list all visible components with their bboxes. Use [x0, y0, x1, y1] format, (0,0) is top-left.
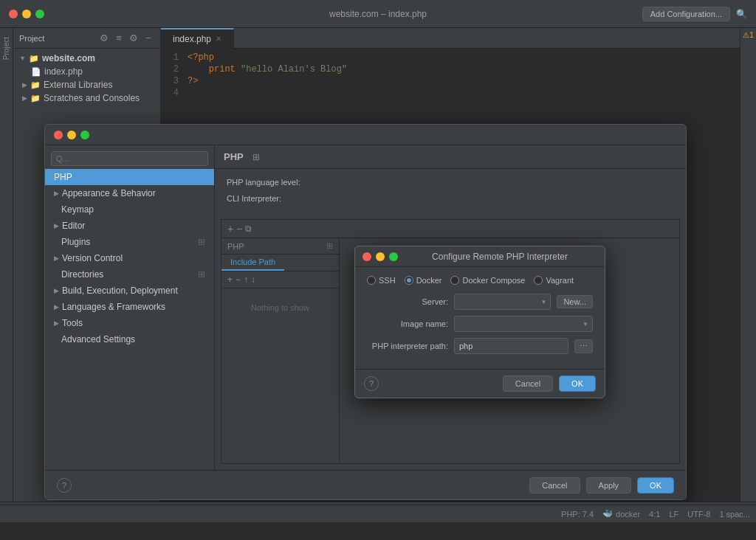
- settings-item-editor[interactable]: ▶ Editor: [45, 218, 214, 234]
- radio-group: SSH Docker Docker Compose Vagrant: [367, 276, 593, 285]
- settings-advanced-label: Advanced Settings: [61, 334, 135, 345]
- settings-apply-btn[interactable]: Apply: [586, 477, 632, 494]
- remote-close-btn[interactable]: [362, 252, 371, 261]
- radio-vagrant-label: Vagrant: [546, 276, 574, 285]
- interpreter-path-row: PHP interpreter path: ⋯: [367, 338, 593, 354]
- settings-editor-label: Editor: [62, 221, 85, 231]
- line-number-4: 4: [161, 88, 188, 98]
- settings-item-php[interactable]: PHP: [45, 169, 214, 185]
- interp-php-label: PHP: [227, 242, 244, 251]
- add-configuration-button[interactable]: Add Configuration...: [642, 7, 730, 21]
- remove-icon[interactable]: −: [236, 223, 242, 235]
- settings-max-btn[interactable]: [80, 131, 89, 139]
- settings-footer: ? Cancel Apply OK: [45, 470, 686, 499]
- line-separator[interactable]: LF: [669, 509, 678, 519]
- encoding[interactable]: UTF-8: [687, 509, 710, 519]
- radio-docker-circle: [405, 276, 413, 285]
- settings-directories-label: Directories: [61, 269, 103, 280]
- settings-close-btn[interactable]: [54, 131, 63, 139]
- radio-compose[interactable]: Docker Compose: [450, 276, 525, 285]
- window-controls[interactable]: [9, 10, 44, 18]
- root-folder-name: website.com: [42, 53, 95, 63]
- settings-build-label: Build, Execution, Deployment: [62, 285, 178, 296]
- line-number-2: 2: [161, 64, 188, 75]
- code-content-3: ?>: [188, 76, 198, 86]
- project-side-icon[interactable]: Project: [1, 34, 12, 63]
- server-select[interactable]: [454, 294, 551, 310]
- expand-icon[interactable]: ≡: [113, 32, 125, 44]
- line-number-3: 3: [161, 76, 188, 86]
- image-select[interactable]: [454, 316, 593, 332]
- list-add-icon[interactable]: +: [227, 274, 233, 285]
- settings-cancel-btn[interactable]: Cancel: [529, 477, 580, 494]
- settings-item-directories[interactable]: Directories ⊞: [45, 266, 214, 283]
- settings-min-btn[interactable]: [67, 131, 76, 139]
- settings-help-btn[interactable]: ?: [57, 478, 72, 493]
- more-icon[interactable]: ⚙: [128, 32, 140, 44]
- remote-ok-btn[interactable]: OK: [559, 375, 596, 392]
- settings-icon[interactable]: ⚙: [98, 32, 110, 44]
- settings-item-tools[interactable]: ▶ Tools: [45, 315, 214, 331]
- tree-item-scratches[interactable]: ▶ 📁 Scratches and Consoles: [13, 91, 160, 105]
- remote-min-btn[interactable]: [376, 252, 385, 261]
- new-server-btn[interactable]: New...: [557, 295, 593, 308]
- minus-icon[interactable]: −: [142, 32, 154, 44]
- tab-index-php[interactable]: index.php ✕: [161, 28, 234, 49]
- remote-help-btn[interactable]: ?: [364, 376, 379, 391]
- interpreter-path-label: PHP interpreter path:: [367, 342, 448, 350]
- remote-max-btn[interactable]: [389, 252, 398, 261]
- settings-item-vcs[interactable]: ▶ Version Control: [45, 250, 214, 266]
- tree-item-external[interactable]: ▶ 📁 External Libraries: [13, 78, 160, 91]
- tab-2[interactable]: [284, 255, 302, 271]
- docker-status[interactable]: 🐳 docker: [602, 509, 640, 519]
- cursor-position[interactable]: 4:1: [649, 509, 660, 519]
- settings-item-appearance[interactable]: ▶ Appearance & Behavior: [45, 185, 214, 201]
- settings-window-controls[interactable]: [54, 131, 89, 139]
- server-select-wrapper: [454, 294, 551, 310]
- panel-header-icons: ⚙ ≡ ⚙ −: [98, 32, 154, 44]
- server-row: Server: New...: [367, 294, 593, 310]
- browse-btn[interactable]: ⋯: [574, 339, 593, 353]
- tab-close-icon[interactable]: ✕: [216, 35, 221, 43]
- settings-languages-label: Languages & Frameworks: [62, 302, 165, 312]
- settings-php-label: PHP: [54, 172, 72, 182]
- include-path-tab[interactable]: Include Path: [221, 255, 284, 271]
- window-title: website.com – index.php: [329, 9, 427, 19]
- maximize-button[interactable]: [35, 10, 44, 18]
- indent[interactable]: 1 spac...: [719, 509, 750, 519]
- add-icon[interactable]: +: [227, 223, 233, 235]
- remote-cancel-btn[interactable]: Cancel: [503, 375, 553, 392]
- list-remove-icon[interactable]: −: [236, 274, 241, 285]
- minimize-button[interactable]: [22, 10, 31, 18]
- external-libraries-label: External Libraries: [44, 80, 112, 90]
- file-name-index: index.php: [44, 66, 83, 77]
- list-up-icon[interactable]: ↑: [244, 274, 248, 285]
- settings-item-advanced[interactable]: Advanced Settings: [45, 331, 214, 347]
- settings-item-keymap[interactable]: Keymap: [45, 201, 214, 218]
- tree-root[interactable]: ▼ 📁 website.com: [13, 52, 160, 65]
- search-icon[interactable]: 🔍: [736, 9, 747, 19]
- settings-item-plugins[interactable]: Plugins ⊞: [45, 234, 214, 250]
- radio-vagrant[interactable]: Vagrant: [534, 276, 574, 285]
- status-bar: PHP: 7.4 🐳 docker 4:1 LF UTF-8 1 spac...: [0, 505, 756, 522]
- warning-badge[interactable]: ⚠1: [743, 31, 754, 39]
- radio-ssh[interactable]: SSH: [367, 276, 396, 285]
- radio-docker[interactable]: Docker: [405, 276, 442, 285]
- tree-item-index[interactable]: 📄 index.php: [13, 65, 160, 78]
- php-version-status[interactable]: PHP: 7.4: [561, 509, 594, 519]
- interp-info-icon: ⊞: [326, 241, 333, 251]
- settings-appearance-label: Appearance & Behavior: [62, 188, 156, 198]
- settings-item-build[interactable]: ▶ Build, Execution, Deployment: [45, 283, 214, 299]
- close-button[interactable]: [9, 10, 18, 18]
- interpreter-path-input[interactable]: [454, 338, 568, 354]
- settings-search[interactable]: [51, 151, 208, 166]
- tab-filename: index.php: [173, 34, 211, 44]
- settings-item-languages[interactable]: ▶ Languages & Frameworks: [45, 299, 214, 315]
- list-down-icon[interactable]: ↓: [251, 274, 255, 285]
- php-icon: ⊞: [252, 152, 260, 162]
- project-label: Project: [19, 34, 44, 43]
- server-label: Server:: [367, 297, 448, 306]
- copy-icon[interactable]: ⧉: [245, 224, 252, 234]
- remote-php-dialog: Configure Remote PHP Interpreter SSH Doc…: [354, 246, 605, 398]
- settings-ok-btn[interactable]: OK: [637, 477, 674, 494]
